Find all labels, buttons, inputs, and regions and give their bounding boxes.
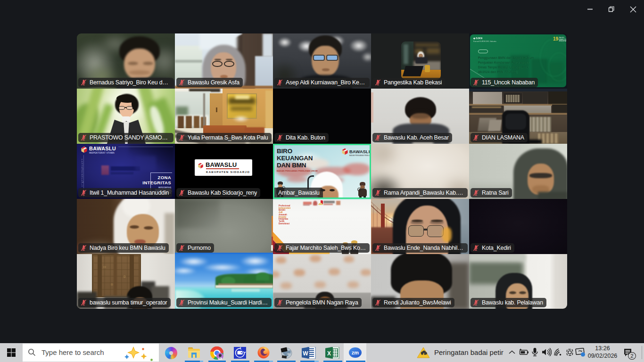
svg-text:X: X bbox=[327, 350, 331, 357]
svg-text:W: W bbox=[303, 350, 308, 357]
